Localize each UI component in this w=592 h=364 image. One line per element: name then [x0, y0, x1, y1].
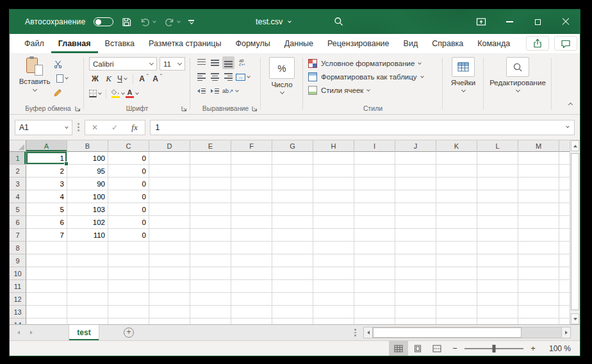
column-header-partial[interactable]: [559, 140, 570, 152]
cell-D1[interactable]: [149, 152, 190, 165]
cell-L1[interactable]: [477, 152, 518, 165]
cell-E7[interactable]: [190, 229, 231, 242]
cell-H5[interactable]: [313, 203, 354, 216]
cell-B12[interactable]: [67, 293, 108, 306]
column-header-L[interactable]: L: [477, 140, 518, 152]
decrease-indent-button[interactable]: [195, 85, 208, 97]
zoom-out-button[interactable]: −: [447, 343, 463, 353]
scroll-up-button[interactable]: [571, 140, 579, 151]
cell-filler-11[interactable]: [559, 280, 570, 293]
row-header-9[interactable]: 9: [10, 254, 26, 267]
cell-K5[interactable]: [436, 203, 477, 216]
cell-G12[interactable]: [272, 293, 313, 306]
align-right-button[interactable]: [222, 70, 234, 83]
cell-E8[interactable]: [190, 242, 231, 254]
editing-dropdown-icon[interactable]: [515, 88, 520, 92]
cell-H3[interactable]: [313, 178, 354, 190]
expand-formula-bar-icon[interactable]: [566, 124, 570, 128]
cell-B1[interactable]: 100: [67, 152, 108, 165]
cell-H4[interactable]: [313, 190, 354, 203]
cell-M2[interactable]: [518, 165, 559, 178]
cell-C8[interactable]: [108, 242, 149, 254]
cell-C10[interactable]: [108, 267, 149, 280]
save-button[interactable]: [122, 17, 131, 27]
cell-D8[interactable]: [149, 242, 190, 254]
cell-J4[interactable]: [395, 190, 436, 203]
cell-G11[interactable]: [272, 280, 313, 293]
font-size-combobox[interactable]: 11: [160, 57, 185, 70]
cell-G5[interactable]: [272, 203, 313, 216]
insert-function-button[interactable]: fx: [125, 122, 145, 133]
column-header-A[interactable]: A: [26, 140, 67, 152]
column-header-C[interactable]: C: [108, 140, 149, 152]
cell-L7[interactable]: [477, 229, 518, 242]
cell-G7[interactable]: [272, 229, 313, 242]
page-layout-view-button[interactable]: [408, 341, 427, 356]
row-header-1[interactable]: 1: [10, 152, 26, 165]
cell-A6[interactable]: 6: [26, 216, 67, 229]
cell-J9[interactable]: [395, 254, 436, 267]
cell-A10[interactable]: [26, 267, 67, 280]
cell-A9[interactable]: [26, 254, 67, 267]
cell-K14[interactable]: [436, 318, 477, 324]
cell-M13[interactable]: [518, 306, 559, 318]
cell-A14[interactable]: [26, 318, 67, 324]
cell-K7[interactable]: [436, 229, 477, 242]
next-sheet-button[interactable]: [30, 331, 33, 335]
cell-M6[interactable]: [518, 216, 559, 229]
cell-G4[interactable]: [272, 190, 313, 203]
ribbon-tab-data[interactable]: Данные: [277, 34, 320, 53]
cell-A8[interactable]: [26, 242, 67, 254]
column-header-F[interactable]: F: [231, 140, 272, 152]
cell-A2[interactable]: 2: [26, 165, 67, 178]
cell-J13[interactable]: [395, 306, 436, 318]
redo-button[interactable]: [164, 17, 180, 27]
cell-I10[interactable]: [354, 267, 395, 280]
cell-L13[interactable]: [477, 306, 518, 318]
cell-A5[interactable]: 5: [26, 203, 67, 216]
cell-M5[interactable]: [518, 203, 559, 216]
cell-D4[interactable]: [149, 190, 190, 203]
cell-C12[interactable]: [108, 293, 149, 306]
cell-filler-12[interactable]: [559, 293, 570, 306]
align-middle-button[interactable]: [209, 56, 221, 69]
cell-J10[interactable]: [395, 267, 436, 280]
undo-button[interactable]: [140, 17, 156, 27]
formula-bar-drag-handle[interactable]: [78, 123, 79, 131]
cell-F1[interactable]: [231, 152, 272, 165]
ribbon-tab-team[interactable]: Команда: [470, 34, 517, 53]
cell-I14[interactable]: [354, 318, 395, 324]
select-all-corner[interactable]: [10, 140, 26, 152]
cell-C7[interactable]: 0: [108, 229, 149, 242]
cell-J7[interactable]: [395, 229, 436, 242]
column-header-M[interactable]: M: [518, 140, 559, 152]
cell-D6[interactable]: [149, 216, 190, 229]
orientation-button[interactable]: ab↗: [222, 85, 238, 97]
cell-filler-8[interactable]: [559, 242, 570, 254]
cell-C13[interactable]: [108, 306, 149, 318]
cell-B8[interactable]: [67, 242, 108, 254]
ribbon-tab-help[interactable]: Справка: [425, 34, 470, 53]
zoom-level[interactable]: 100 %: [541, 344, 580, 353]
underline-button[interactable]: Ч: [116, 72, 128, 85]
cell-M9[interactable]: [518, 254, 559, 267]
alignment-dialog-launcher[interactable]: [252, 106, 258, 112]
cell-M12[interactable]: [518, 293, 559, 306]
cell-K11[interactable]: [436, 280, 477, 293]
search-button[interactable]: [334, 17, 343, 26]
column-header-E[interactable]: E: [190, 140, 231, 152]
cell-D11[interactable]: [149, 280, 190, 293]
cell-B5[interactable]: 103: [67, 203, 108, 216]
normal-view-button[interactable]: [389, 341, 408, 356]
ribbon-display-options-button[interactable]: [467, 10, 495, 34]
row-header-11[interactable]: 11: [10, 280, 26, 293]
cell-E4[interactable]: [190, 190, 231, 203]
cell-D12[interactable]: [149, 293, 190, 306]
scroll-right-button[interactable]: [561, 327, 571, 338]
ribbon-tab-view[interactable]: Вид: [397, 34, 425, 53]
column-header-B[interactable]: B: [67, 140, 108, 152]
name-box[interactable]: A1: [15, 120, 72, 135]
cell-E3[interactable]: [190, 178, 231, 190]
cell-M3[interactable]: [518, 178, 559, 190]
cell-F13[interactable]: [231, 306, 272, 318]
